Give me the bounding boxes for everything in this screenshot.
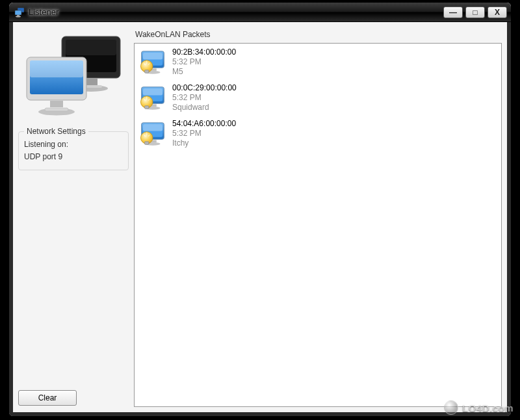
packet-name: Itchy [172, 138, 236, 148]
packet-time: 5:32 PM [172, 93, 237, 103]
svg-rect-13 [66, 40, 116, 55]
watermark-icon [444, 400, 458, 415]
main-panel: WakeOnLAN Packets 90:2B:34:00:00:005:32 … [134, 27, 502, 407]
packet-time: 5:32 PM [172, 57, 236, 67]
clear-button[interactable]: Clear [18, 390, 77, 406]
close-icon: X [495, 8, 500, 17]
network-settings-group: Network Settings Listening on: UDP port … [18, 131, 129, 170]
monitors-illustration [21, 30, 125, 121]
window-title: Listener [29, 7, 58, 17]
titlebar[interactable]: Listener — □ X [9, 3, 511, 22]
client-area: Network Settings Listening on: UDP port … [9, 22, 511, 416]
close-button[interactable]: X [488, 7, 507, 18]
listening-label: Listening on: [24, 138, 123, 151]
packet-item[interactable]: 00:0C:29:00:00:005:32 PMSquidward [136, 82, 500, 118]
watermark: LO4D.com [444, 400, 514, 415]
packet-name: M5 [172, 67, 236, 77]
watermark-text: LO4D.com [462, 402, 514, 413]
app-icon [14, 7, 25, 18]
packet-mac: 90:2B:34:00:00:00 [172, 47, 236, 57]
minimize-icon: — [449, 8, 457, 17]
packet-mac: 54:04:A6:00:00:00 [172, 119, 236, 129]
window: Listener — □ X [9, 3, 511, 416]
maximize-icon: □ [473, 8, 477, 17]
svg-rect-22 [45, 108, 68, 111]
packet-text: 54:04:A6:00:00:005:32 PMItchy [172, 119, 236, 148]
packet-item[interactable]: 54:04:A6:00:00:005:32 PMItchy [136, 118, 500, 153]
minimize-button[interactable]: — [443, 7, 463, 18]
packet-icon [138, 83, 167, 112]
packet-mac: 00:0C:29:00:00:00 [172, 83, 237, 93]
packets-list[interactable]: 90:2B:34:00:00:005:32 PMM500:0C:29:00:00… [134, 43, 502, 407]
network-settings-legend: Network Settings [24, 127, 88, 136]
svg-rect-19 [30, 60, 83, 77]
packet-item[interactable]: 90:2B:34:00:00:005:32 PMM5 [136, 46, 500, 82]
packets-header: WakeOnLAN Packets [134, 27, 502, 43]
sidebar: Network Settings Listening on: UDP port … [18, 27, 129, 407]
packet-icon [138, 119, 167, 148]
packet-icon [138, 47, 167, 76]
svg-rect-20 [50, 101, 63, 107]
maximize-button[interactable]: □ [465, 7, 485, 18]
listening-port: UDP port 9 [24, 151, 123, 163]
packet-time: 5:32 PM [172, 129, 236, 138]
packet-text: 00:0C:29:00:00:005:32 PMSquidward [172, 83, 237, 112]
packet-name: Squidward [172, 103, 237, 112]
packet-text: 90:2B:34:00:00:005:32 PMM5 [172, 47, 236, 77]
